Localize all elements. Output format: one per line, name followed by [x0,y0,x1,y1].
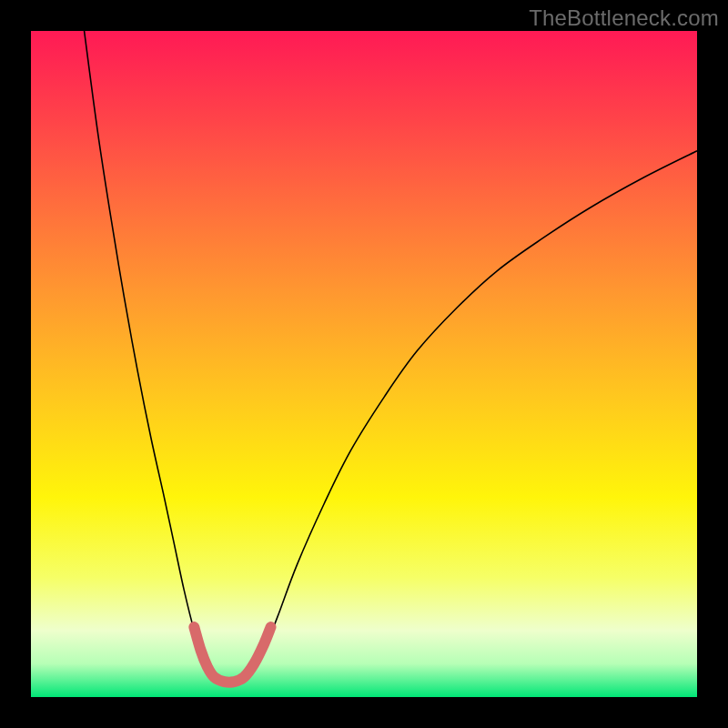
plot-area [31,31,697,697]
watermark-text: TheBottleneck.com [529,5,719,31]
chart-svg [31,31,697,697]
gradient-background [31,31,697,697]
chart-frame: TheBottleneck.com [0,0,728,728]
